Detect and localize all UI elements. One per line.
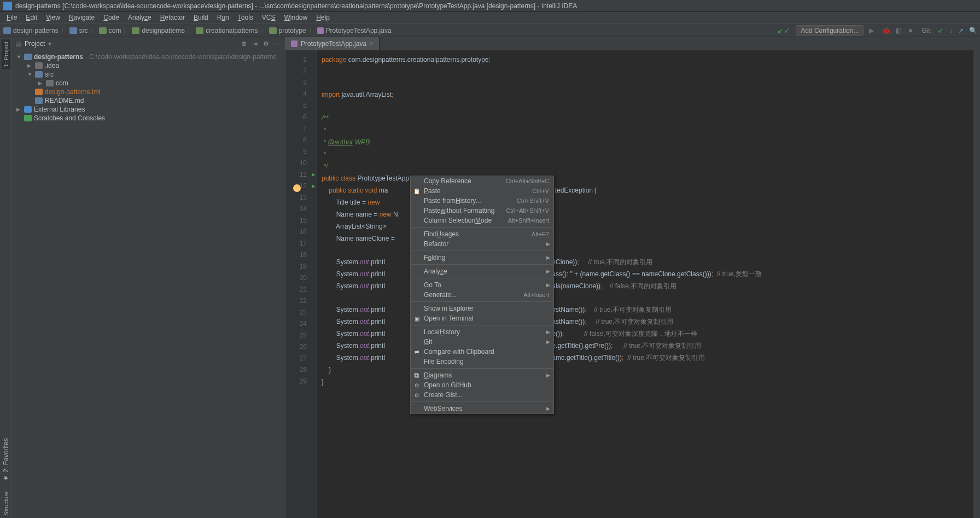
- ctx-paste[interactable]: 📋PasteCtrl+V: [411, 186, 553, 196]
- bc-com[interactable]: com: [99, 27, 121, 34]
- sidebar-title[interactable]: Project: [25, 40, 45, 48]
- tree-com[interactable]: ▶com: [12, 79, 285, 88]
- ctx-local-history[interactable]: Local History▶: [411, 327, 553, 337]
- ctx-analyze[interactable]: Analyze▶: [411, 266, 553, 276]
- git-label: Git:: [921, 27, 932, 34]
- menu-bar: File Edit View Navigate Code Analyze Ref…: [0, 12, 980, 24]
- bc-file[interactable]: PrototypeTestApp.java: [317, 27, 392, 34]
- menu-file[interactable]: File: [2, 12, 21, 24]
- tree-scratch[interactable]: Scratches and Consoles: [12, 114, 285, 123]
- breadcrumbs: design-patterns〉 src〉 com〉 designpattern…: [3, 26, 392, 35]
- project-sidebar: ▤ Project ▾ ⊕ ⇥ ⚙ — ▼design-patterns C:\…: [12, 37, 285, 518]
- project-tree[interactable]: ▼design-patterns C:\code-workspace\idea-…: [12, 50, 285, 518]
- app-icon: [3, 2, 12, 10]
- run-config-dropdown[interactable]: Add Configuration...: [796, 25, 864, 36]
- tree-readme[interactable]: README.md: [12, 96, 285, 105]
- menu-run[interactable]: Run: [213, 12, 234, 24]
- window-title: design-patterns [C:\code-workspace\idea-…: [15, 2, 577, 10]
- ctx-compare-clipboard[interactable]: ⇄Compare with Clipboard: [411, 347, 553, 357]
- editor-area: PrototypeTestApp.java × 12345 678910 11▶…: [285, 37, 973, 518]
- coverage-icon[interactable]: ◧: [895, 27, 903, 34]
- stop-icon[interactable]: ■: [908, 27, 916, 34]
- paste-icon: 📋: [413, 187, 421, 195]
- tab-structure[interactable]: Structure: [2, 489, 10, 518]
- search-icon[interactable]: 🔍: [969, 27, 977, 34]
- editor[interactable]: 12345 678910 11▶ 12▶ 1314151617 18192021…: [285, 50, 973, 518]
- tab-favorites[interactable]: ★ 2: Favorites: [1, 436, 11, 484]
- github-icon: ⊙: [413, 381, 421, 389]
- menu-build[interactable]: Build: [189, 12, 213, 24]
- github-icon: ⊙: [413, 391, 421, 399]
- bc-dp[interactable]: designpatterns: [132, 27, 185, 34]
- tab-label: PrototypeTestApp.java: [301, 40, 366, 48]
- collapse-icon[interactable]: ⇥: [252, 40, 260, 48]
- right-gutter: [973, 37, 980, 518]
- tree-iml[interactable]: design-patterns.iml: [12, 88, 285, 96]
- java-icon: [291, 40, 298, 47]
- ctx-paste-history[interactable]: Paste from History...Ctrl+Shift+V: [411, 196, 553, 206]
- bc-proto[interactable]: prototype: [269, 27, 306, 34]
- run-gutter-icon[interactable]: ▶: [312, 172, 316, 177]
- ctx-paste-nofmt[interactable]: Paste without FormattingCtrl+Alt+Shift+V: [411, 206, 553, 216]
- close-icon[interactable]: ×: [370, 40, 374, 48]
- git-update-icon[interactable]: ✓: [937, 26, 944, 35]
- menu-view[interactable]: View: [42, 12, 65, 24]
- menu-tools[interactable]: Tools: [234, 12, 258, 24]
- git-commit-icon[interactable]: ↓: [949, 27, 953, 34]
- ctx-show-explorer[interactable]: Show in Explorer: [411, 304, 553, 313]
- menu-help[interactable]: Help: [312, 12, 334, 24]
- left-tool-strip: 1: Project ★ 2: Favorites Structure: [0, 37, 12, 518]
- ctx-diagrams[interactable]: ⿻Diagrams▶: [411, 370, 553, 380]
- nav-bar: design-patterns〉 src〉 com〉 designpattern…: [0, 24, 980, 37]
- diagram-icon: ⿻: [413, 371, 421, 379]
- run-gutter-icon[interactable]: ▶: [312, 183, 316, 189]
- ctx-copy-reference[interactable]: Copy ReferenceCtrl+Alt+Shift+C: [411, 176, 553, 186]
- ctx-refactor[interactable]: Refactor▶: [411, 239, 553, 249]
- menu-edit[interactable]: Edit: [21, 12, 42, 24]
- locate-icon[interactable]: ⊕: [241, 40, 249, 48]
- ctx-open-terminal[interactable]: ▣Open in Terminal: [411, 313, 553, 323]
- ctx-find-usages[interactable]: Find UsagesAlt+F7: [411, 229, 553, 239]
- debug-icon[interactable]: 🐞: [882, 27, 890, 34]
- settings-icon[interactable]: ⚙: [263, 40, 271, 48]
- tab-project[interactable]: 1: Project: [2, 39, 10, 69]
- ctx-column-sel[interactable]: Column Selection ModeAlt+Shift+Insert: [411, 216, 553, 225]
- sidebar-header: ▤ Project ▾ ⊕ ⇥ ⚙ —: [12, 37, 285, 50]
- ctx-file-encoding[interactable]: File Encoding: [411, 357, 553, 366]
- ctx-open-github[interactable]: ⊙Open on GitHub: [411, 380, 553, 390]
- bc-src[interactable]: src: [69, 27, 88, 34]
- ctx-generate[interactable]: Generate...Alt+Insert: [411, 290, 553, 300]
- menu-vcs[interactable]: VCS: [258, 12, 280, 24]
- build-ok-icon[interactable]: ↙✓: [777, 26, 790, 35]
- tree-idea[interactable]: ▶.idea: [12, 61, 285, 70]
- git-push-icon[interactable]: ↗: [958, 27, 964, 34]
- tree-libs[interactable]: ▶External Libraries: [12, 105, 285, 114]
- title-bar: design-patterns [C:\code-workspace\idea-…: [0, 0, 980, 12]
- menu-refactor[interactable]: Refactor: [156, 12, 189, 24]
- terminal-icon: ▣: [413, 315, 421, 322]
- menu-code[interactable]: Code: [99, 12, 124, 24]
- bc-cp[interactable]: creationalpatterns: [196, 27, 258, 34]
- bulb-icon[interactable]: [293, 184, 301, 192]
- tree-root[interactable]: ▼design-patterns C:\code-workspace\idea-…: [12, 53, 285, 61]
- ctx-webservices[interactable]: WebServices▶: [411, 404, 553, 414]
- nav-right: ↙✓ Add Configuration... ▶ 🐞 ◧ ■ Git: ✓ ↓…: [777, 25, 977, 36]
- tree-src[interactable]: ▼src: [12, 70, 285, 79]
- menu-navigate[interactable]: Navigate: [65, 12, 99, 24]
- ctx-create-gist[interactable]: ⊙Create Gist...: [411, 390, 553, 400]
- hide-icon[interactable]: —: [274, 40, 282, 48]
- run-icon[interactable]: ▶: [869, 27, 877, 34]
- bc-project[interactable]: design-patterns: [3, 27, 59, 34]
- editor-tabs: PrototypeTestApp.java ×: [285, 37, 973, 50]
- compare-icon: ⇄: [413, 348, 421, 356]
- tab-file[interactable]: PrototypeTestApp.java ×: [285, 37, 380, 50]
- menu-analyze[interactable]: Analyze: [124, 12, 156, 24]
- menu-window[interactable]: Window: [279, 12, 312, 24]
- ctx-goto[interactable]: Go To▶: [411, 280, 553, 290]
- ctx-git[interactable]: Git▶: [411, 337, 553, 347]
- ctx-folding[interactable]: Folding▶: [411, 253, 553, 263]
- context-menu: Copy ReferenceCtrl+Alt+Shift+C 📋PasteCtr…: [410, 176, 554, 414]
- line-gutter[interactable]: 12345 678910 11▶ 12▶ 1314151617 18192021…: [285, 50, 317, 518]
